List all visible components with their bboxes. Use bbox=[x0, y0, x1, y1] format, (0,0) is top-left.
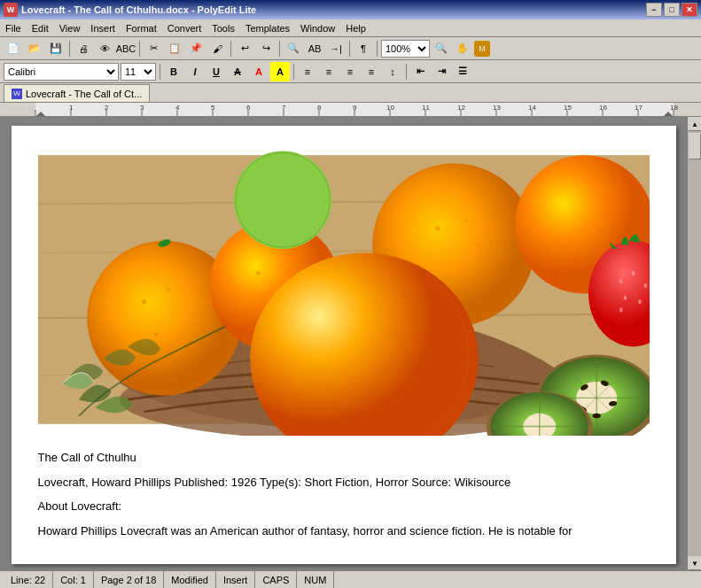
svg-point-51 bbox=[167, 288, 170, 291]
scroll-down-button[interactable]: ▼ bbox=[688, 556, 701, 570]
sep9 bbox=[406, 64, 407, 80]
scroll-track[interactable] bbox=[688, 131, 701, 556]
sep8 bbox=[293, 64, 294, 80]
font-size-select[interactable]: 11 10 12 14 bbox=[121, 63, 156, 81]
menu-convert[interactable]: Convert bbox=[162, 19, 207, 36]
underline-button[interactable]: U bbox=[206, 62, 226, 81]
open-button[interactable]: 📂 bbox=[25, 39, 44, 58]
status-line: Line: 22 bbox=[4, 571, 53, 588]
svg-text:3: 3 bbox=[140, 104, 144, 112]
copy-button[interactable]: 📋 bbox=[165, 39, 184, 58]
svg-point-52 bbox=[191, 312, 196, 317]
ruler: 1 2 3 4 5 6 7 8 9 10 11 12 13 14 15 16 1… bbox=[0, 103, 701, 117]
indent-button[interactable]: ⇥ bbox=[432, 62, 451, 81]
menu-format[interactable]: Format bbox=[121, 19, 162, 36]
new-button[interactable]: 📄 bbox=[4, 39, 23, 58]
preview-button[interactable]: 👁 bbox=[95, 39, 114, 58]
window-title: Lovecraft - The Call of Cthulhu.docx - P… bbox=[21, 4, 256, 15]
tab-bar: W Lovecraft - The Call of Ct... bbox=[0, 83, 701, 103]
minimize-button[interactable]: − bbox=[646, 3, 662, 17]
font-color-button[interactable]: A bbox=[249, 62, 269, 81]
macro-button[interactable]: M bbox=[474, 41, 490, 57]
svg-point-74 bbox=[619, 307, 622, 313]
svg-text:9: 9 bbox=[353, 104, 357, 112]
document-tab[interactable]: W Lovecraft - The Call of Ct... bbox=[4, 84, 150, 102]
menu-help[interactable]: Help bbox=[340, 19, 371, 36]
paste-button[interactable]: 📌 bbox=[186, 39, 206, 58]
align-left-button[interactable]: ≡ bbox=[298, 62, 317, 81]
document-page: The Call of Cthulhu Lovecraft, Howard Ph… bbox=[12, 126, 676, 564]
cut-button[interactable]: ✂ bbox=[144, 39, 163, 58]
print-button[interactable]: 🖨 bbox=[74, 39, 93, 58]
svg-text:8: 8 bbox=[317, 104, 322, 112]
menu-edit[interactable]: Edit bbox=[27, 19, 54, 36]
zoom-out-button[interactable]: 🔍 bbox=[432, 39, 451, 58]
replace-button[interactable]: AB bbox=[305, 39, 324, 58]
svg-point-56 bbox=[256, 271, 261, 275]
document-image bbox=[38, 143, 650, 436]
doc-about-text: Howard Phillips Lovecraft was an America… bbox=[38, 522, 650, 540]
scroll-up-button[interactable]: ▲ bbox=[688, 117, 701, 131]
svg-point-71 bbox=[643, 283, 647, 289]
doc-meta: Lovecraft, Howard Phillips Published: 19… bbox=[38, 474, 650, 491]
svg-text:4: 4 bbox=[175, 104, 180, 112]
redo-button[interactable]: ↪ bbox=[256, 39, 276, 58]
svg-point-61 bbox=[464, 219, 468, 222]
menu-file[interactable]: File bbox=[0, 19, 27, 36]
svg-text:7: 7 bbox=[282, 104, 286, 112]
svg-text:17: 17 bbox=[635, 104, 643, 112]
svg-point-60 bbox=[435, 226, 440, 231]
strikethrough-button[interactable]: A bbox=[228, 62, 247, 81]
svg-point-62 bbox=[476, 243, 481, 248]
italic-button[interactable]: I bbox=[185, 62, 205, 81]
svg-text:2: 2 bbox=[105, 104, 109, 112]
svg-point-73 bbox=[638, 299, 642, 305]
zoom-select[interactable]: 100% 75% 125% 150% bbox=[381, 40, 430, 58]
status-num: NUM bbox=[297, 571, 334, 588]
align-right-button[interactable]: ≡ bbox=[340, 62, 360, 81]
bold-button[interactable]: B bbox=[164, 62, 183, 81]
svg-point-86 bbox=[592, 414, 600, 419]
goto-button[interactable]: →| bbox=[326, 39, 346, 58]
menu-insert[interactable]: Insert bbox=[85, 19, 121, 36]
scroll-thumb[interactable] bbox=[689, 133, 701, 159]
close-button[interactable]: ✕ bbox=[682, 3, 697, 17]
highlight-button[interactable]: A bbox=[270, 62, 290, 81]
main-toolbar: 📄 📂 💾 🖨 👁 ABC ✂ 📋 📌 🖌 ↩ ↪ 🔍 AB →| ¶ 100%… bbox=[0, 37, 701, 60]
menu-bar: File Edit View Insert Format Convert Too… bbox=[0, 19, 701, 37]
document-content: The Call of Cthulhu Lovecraft, Howard Ph… bbox=[38, 449, 650, 539]
outdent-button[interactable]: ⇤ bbox=[410, 62, 430, 81]
svg-text:15: 15 bbox=[564, 104, 572, 112]
hand-tool[interactable]: ✋ bbox=[453, 39, 472, 58]
line-spacing-button[interactable]: ↕ bbox=[383, 62, 402, 81]
document-scroll-area[interactable]: The Call of Cthulhu Lovecraft, Howard Ph… bbox=[0, 117, 687, 570]
sep5 bbox=[349, 41, 350, 57]
spell-button[interactable]: ABC bbox=[116, 39, 136, 58]
menu-templates[interactable]: Templates bbox=[240, 19, 295, 36]
ruler-svg: 1 2 3 4 5 6 7 8 9 10 11 12 13 14 15 16 1… bbox=[0, 103, 701, 117]
save-button[interactable]: 💾 bbox=[46, 39, 66, 58]
svg-text:1: 1 bbox=[69, 104, 74, 112]
svg-text:10: 10 bbox=[386, 104, 394, 112]
align-justify-button[interactable]: ≡ bbox=[362, 62, 381, 81]
font-select[interactable]: Calibri Arial Times New Roman bbox=[4, 63, 119, 81]
menu-window[interactable]: Window bbox=[295, 19, 340, 36]
sep2 bbox=[139, 41, 140, 57]
menu-tools[interactable]: Tools bbox=[206, 19, 240, 36]
menu-view[interactable]: View bbox=[54, 19, 86, 36]
bullets-button[interactable]: ☰ bbox=[453, 62, 472, 81]
app-icon: W bbox=[4, 3, 18, 17]
align-center-button[interactable]: ≡ bbox=[319, 62, 339, 81]
format-painter[interactable]: 🖌 bbox=[207, 39, 227, 58]
svg-text:12: 12 bbox=[457, 104, 465, 112]
sep1 bbox=[69, 41, 70, 57]
maximize-button[interactable]: □ bbox=[664, 3, 680, 17]
sep7 bbox=[160, 64, 160, 80]
find-button[interactable]: 🔍 bbox=[284, 39, 303, 58]
svg-text:16: 16 bbox=[599, 104, 607, 112]
undo-button[interactable]: ↩ bbox=[235, 39, 254, 58]
pilcrow-button[interactable]: ¶ bbox=[354, 39, 373, 58]
window-controls: − □ ✕ bbox=[646, 3, 697, 17]
svg-text:18: 18 bbox=[670, 104, 678, 112]
svg-text:6: 6 bbox=[246, 104, 251, 112]
